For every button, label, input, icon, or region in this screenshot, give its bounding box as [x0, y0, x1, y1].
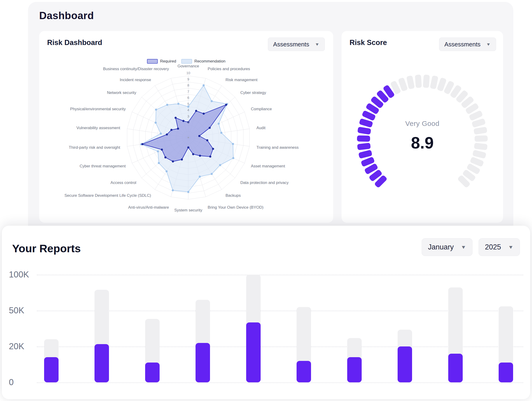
caret-down-icon: ▼	[315, 42, 319, 47]
gauge-rating-text: Very Good	[342, 120, 503, 128]
svg-text:Policies and procedures: Policies and procedures	[208, 67, 250, 71]
risk-score-card: Risk Score Assessments ▼ Very Good 8.9	[342, 31, 503, 223]
report-bar-completed	[499, 363, 513, 382]
svg-text:Third-party risk and oversight: Third-party risk and oversight	[69, 145, 120, 150]
report-bar-completed	[398, 346, 412, 382]
svg-text:8: 8	[187, 83, 189, 87]
report-bar-completed	[297, 361, 311, 382]
report-bar-completed	[448, 354, 463, 382]
svg-text:Business continuity/Disaster r: Business continuity/Disaster recovery	[103, 67, 169, 71]
risk-dashboard-card: Risk Dashboard Assessments ▼ 2345678910G…	[39, 31, 333, 223]
svg-text:Secure Software Development Li: Secure Software Development Life Cycle (…	[64, 193, 151, 198]
radar-legend: Required Recommendation	[39, 59, 333, 64]
report-bar-completed	[95, 344, 109, 382]
risk-score-gauge	[342, 31, 503, 223]
svg-text:Backups: Backups	[226, 193, 241, 198]
report-bar-completed	[44, 357, 59, 382]
y-axis-tick-label: 100K	[9, 270, 37, 279]
svg-text:10: 10	[186, 71, 190, 75]
svg-text:7: 7	[187, 90, 189, 93]
report-bar-completed	[347, 357, 362, 382]
legend-item-recommendation: Recommendation	[181, 59, 225, 64]
gridline	[37, 382, 523, 383]
gauge-score-value: 8.9	[342, 134, 503, 152]
svg-text:2: 2	[187, 120, 189, 124]
report-bar-completed	[246, 322, 261, 382]
svg-text:Training and awareness: Training and awareness	[256, 145, 299, 150]
svg-text:5: 5	[187, 102, 189, 106]
svg-text:Physical/environmental securit: Physical/environmental security	[70, 107, 126, 111]
svg-text:Compliance: Compliance	[251, 107, 272, 111]
svg-text:Audit: Audit	[256, 126, 266, 130]
y-axis-tick-label: 20K	[9, 342, 37, 351]
dashboard-panel: Dashboard Risk Dashboard Assessments ▼ 2…	[28, 2, 513, 237]
svg-text:4: 4	[187, 108, 189, 112]
risk-radar-chart: 2345678910GovernancePolicies and procedu…	[39, 31, 333, 223]
svg-text:Anti-virus/Anti-malware: Anti-virus/Anti-malware	[128, 205, 169, 210]
dropdown-label: Assessments	[444, 41, 481, 48]
svg-text:Risk management: Risk management	[226, 78, 258, 82]
caret-down-icon: ▼	[486, 42, 491, 47]
your-reports-card: Your Reports January ▼ 2025 ▼ 100K50K20K…	[2, 226, 530, 399]
y-axis-tick-label: 50K	[9, 306, 37, 315]
legend-label: Recommendation	[194, 59, 225, 64]
risk-dashboard-assessments-dropdown[interactable]: Assessments ▼	[268, 37, 325, 51]
svg-text:System security: System security	[174, 208, 202, 212]
legend-label: Required	[160, 59, 176, 64]
svg-text:Vulnerability assessment: Vulnerability assessment	[76, 126, 120, 130]
svg-text:3: 3	[187, 114, 189, 118]
svg-text:Governance: Governance	[177, 64, 199, 68]
legend-item-required: Required	[147, 59, 176, 64]
gridline	[37, 275, 523, 275]
svg-text:Access control: Access control	[111, 180, 137, 185]
report-bar-completed	[196, 343, 210, 382]
risk-score-assessments-dropdown[interactable]: Assessments ▼	[439, 37, 496, 51]
risk-dashboard-title: Risk Dashboard	[47, 38, 102, 47]
svg-text:6: 6	[187, 96, 189, 99]
recommendation-swatch-icon	[181, 59, 192, 64]
gauge-readout: Very Good 8.9	[342, 120, 503, 152]
svg-text:Bring Your Own Device (BYOD): Bring Your Own Device (BYOD)	[208, 205, 263, 210]
reports-bar-chart: 100K50K20K0	[2, 226, 530, 399]
svg-text:Network security: Network security	[107, 90, 136, 95]
required-swatch-icon	[147, 59, 158, 64]
svg-text:Incident response: Incident response	[120, 78, 151, 82]
risk-score-title: Risk Score	[349, 38, 387, 47]
svg-text:9: 9	[187, 77, 189, 81]
svg-text:Cyber strategy: Cyber strategy	[240, 90, 266, 95]
page-title: Dashboard	[39, 10, 94, 21]
y-axis-tick-label: 0	[9, 377, 37, 387]
svg-text:Data protection and privacy: Data protection and privacy	[240, 180, 289, 185]
dropdown-label: Assessments	[273, 41, 309, 48]
svg-text:Cyber threat management: Cyber threat management	[80, 164, 126, 168]
svg-text:Asset management: Asset management	[251, 164, 285, 168]
report-bar-completed	[145, 363, 160, 382]
